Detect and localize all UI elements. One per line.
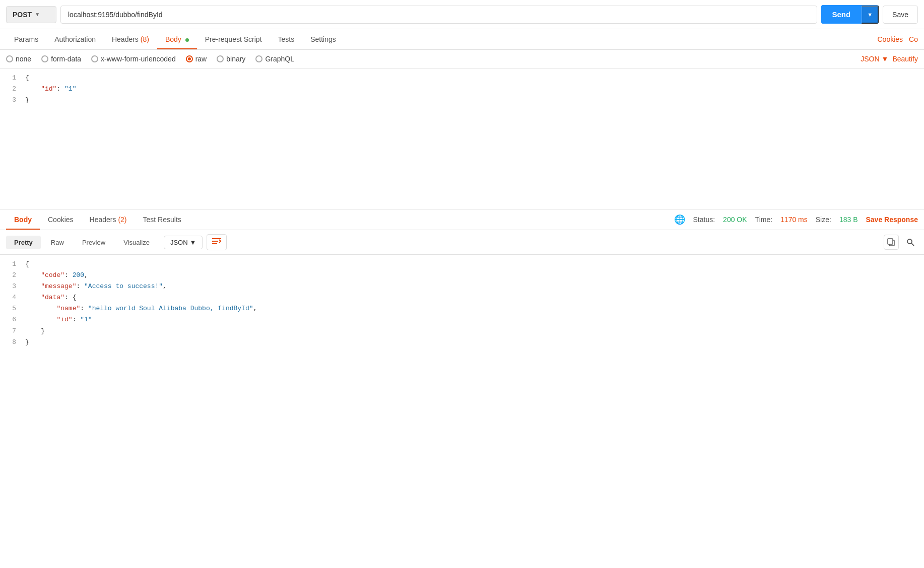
resp-line-8: 8 } bbox=[0, 337, 924, 348]
radio-binary[interactable]: binary bbox=[217, 55, 245, 63]
copy-button[interactable] bbox=[884, 235, 899, 250]
tab-params[interactable]: Params bbox=[6, 29, 46, 49]
size-label: Size: bbox=[816, 216, 831, 224]
radio-form-data-label: form-data bbox=[51, 55, 81, 63]
radio-graphql[interactable]: GraphQL bbox=[255, 55, 294, 63]
resp-tab-body-label: Body bbox=[14, 216, 32, 224]
send-button-dropdown[interactable]: ▼ bbox=[862, 6, 879, 24]
body-active-dot bbox=[185, 38, 189, 42]
body-type-row: none form-data x-www-form-urlencoded raw… bbox=[0, 50, 924, 68]
req-line-1: 1 { bbox=[0, 73, 924, 84]
resp-line-6: 6 "id": "1" bbox=[0, 314, 924, 325]
resp-tab-cookies[interactable]: Cookies bbox=[40, 209, 82, 230]
cookies-link[interactable]: Cookies bbox=[878, 35, 903, 43]
beautify-link[interactable]: Beautify bbox=[892, 55, 918, 63]
status-label: Status: bbox=[693, 216, 715, 224]
radio-urlencoded[interactable]: x-www-form-urlencoded bbox=[91, 55, 176, 63]
resp-json-select[interactable]: JSON ▼ bbox=[164, 236, 203, 249]
resp-tab-headers[interactable]: Headers (2) bbox=[82, 209, 135, 230]
resp-line-5: 5 "name": "hello world Soul Alibaba Dubb… bbox=[0, 303, 924, 314]
method-select[interactable]: POST ▼ bbox=[6, 6, 56, 23]
resp-line-content-6: "id": "1" bbox=[25, 314, 924, 325]
resp-line-content-3: "message": "Access to success!", bbox=[25, 281, 924, 292]
tab-prerequest[interactable]: Pre-request Script bbox=[197, 29, 270, 49]
top-bar: POST ▼ Send ▼ Save bbox=[0, 0, 924, 29]
radio-graphql-circle bbox=[255, 55, 262, 62]
resp-line-num-4: 4 bbox=[0, 292, 25, 303]
response-tabs-row: Body Cookies Headers (2) Test Results 🌐 … bbox=[0, 209, 924, 230]
resp-line-num-3: 3 bbox=[0, 281, 25, 292]
tab-headers[interactable]: Headers (8) bbox=[104, 29, 157, 49]
resp-line-1: 1 { bbox=[0, 259, 924, 270]
radio-none-circle bbox=[6, 55, 13, 62]
response-meta: 🌐 Status: 200 OK Time: 1170 ms Size: 183… bbox=[674, 214, 918, 225]
method-label: POST bbox=[13, 11, 32, 19]
send-button-main[interactable]: Send bbox=[821, 5, 862, 24]
resp-line-content-8: } bbox=[25, 337, 924, 348]
headers-badge: (8) bbox=[141, 35, 149, 43]
body-type-right: JSON ▼ Beautify bbox=[861, 55, 918, 63]
req-line-content-1: { bbox=[25, 73, 924, 84]
size-value: 183 B bbox=[839, 216, 858, 224]
svg-point-5 bbox=[907, 239, 912, 244]
url-input[interactable] bbox=[60, 6, 817, 24]
tabs-right-links: Cookies Co bbox=[878, 35, 918, 43]
svg-rect-4 bbox=[888, 239, 893, 244]
req-line-content-3: } bbox=[25, 95, 924, 106]
time-value: 1170 ms bbox=[780, 216, 808, 224]
json-type-label: JSON bbox=[861, 55, 879, 63]
tab-authorization[interactable]: Authorization bbox=[46, 29, 104, 49]
req-line-num-2: 2 bbox=[0, 84, 25, 95]
resp-line-num-7: 7 bbox=[0, 326, 25, 337]
radio-none-label: none bbox=[16, 55, 31, 63]
radio-none[interactable]: none bbox=[6, 55, 31, 63]
resp-tab-test-results[interactable]: Test Results bbox=[135, 209, 189, 230]
co-link[interactable]: Co bbox=[909, 35, 918, 43]
wrap-button[interactable] bbox=[207, 234, 227, 250]
save-response-link[interactable]: Save Response bbox=[866, 216, 918, 224]
format-preview-btn[interactable]: Preview bbox=[74, 236, 113, 249]
radio-binary-label: binary bbox=[226, 55, 245, 63]
json-chevron: ▼ bbox=[882, 55, 889, 63]
req-line-3: 3 } bbox=[0, 95, 924, 106]
time-label: Time: bbox=[755, 216, 772, 224]
resp-json-chevron: ▼ bbox=[190, 239, 196, 246]
resp-line-4: 4 "data": { bbox=[0, 292, 924, 303]
send-button-group: Send ▼ bbox=[821, 5, 879, 24]
tab-body[interactable]: Body bbox=[157, 29, 197, 49]
resp-json-label: JSON bbox=[170, 239, 188, 246]
req-line-num-1: 1 bbox=[0, 73, 25, 84]
resp-line-num-6: 6 bbox=[0, 314, 25, 325]
format-pretty-btn[interactable]: Pretty bbox=[6, 236, 41, 249]
radio-graphql-label: GraphQL bbox=[265, 55, 294, 63]
radio-urlencoded-circle bbox=[91, 55, 98, 62]
resp-tab-headers-label: Headers (2) bbox=[90, 216, 127, 224]
save-button[interactable]: Save bbox=[883, 6, 918, 24]
resp-line-2: 2 "code": 200, bbox=[0, 270, 924, 281]
req-line-num-3: 3 bbox=[0, 95, 25, 106]
resp-line-7: 7 } bbox=[0, 326, 924, 337]
tab-tests[interactable]: Tests bbox=[270, 29, 303, 49]
radio-form-data[interactable]: form-data bbox=[41, 55, 81, 63]
resp-line-content-5: "name": "hello world Soul Alibaba Dubbo,… bbox=[25, 303, 924, 314]
req-line-content-2: "id": "1" bbox=[25, 84, 924, 95]
radio-form-data-circle bbox=[41, 55, 48, 62]
radio-raw[interactable]: raw bbox=[186, 55, 207, 63]
radio-urlencoded-label: x-www-form-urlencoded bbox=[101, 55, 176, 63]
resp-tab-cookies-label: Cookies bbox=[48, 216, 74, 224]
format-raw-btn[interactable]: Raw bbox=[43, 236, 72, 249]
radio-binary-circle bbox=[217, 55, 224, 62]
request-body-editor[interactable]: 1 { 2 "id": "1" 3 } bbox=[0, 68, 924, 209]
status-value: 200 OK bbox=[723, 216, 747, 224]
req-line-2: 2 "id": "1" bbox=[0, 84, 924, 95]
response-body-editor[interactable]: 1 { 2 "code": 200, 3 "message": "Access … bbox=[0, 255, 924, 352]
resp-line-content-2: "code": 200, bbox=[25, 270, 924, 281]
resp-line-num-2: 2 bbox=[0, 270, 25, 281]
json-type-select[interactable]: JSON ▼ bbox=[861, 55, 888, 63]
resp-line-content-7: } bbox=[25, 326, 924, 337]
format-visualize-btn[interactable]: Visualize bbox=[115, 236, 158, 249]
resp-tab-body[interactable]: Body bbox=[6, 209, 40, 230]
search-button[interactable] bbox=[903, 235, 918, 250]
tab-settings[interactable]: Settings bbox=[302, 29, 344, 49]
resp-right-actions bbox=[884, 235, 918, 250]
